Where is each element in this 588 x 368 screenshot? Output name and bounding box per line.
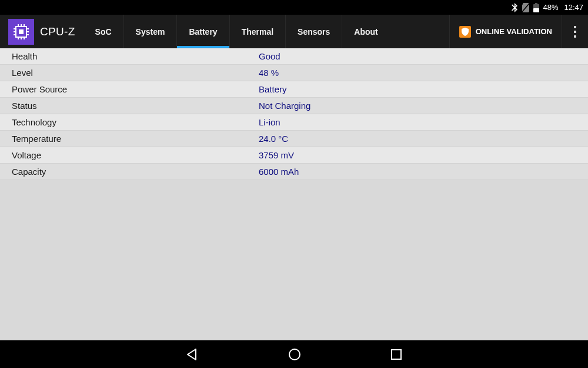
more-vert-icon	[574, 31, 576, 33]
app-bar: CPU-Z SoC System Battery Thermal Sensors…	[0, 15, 588, 48]
svg-rect-5	[19, 29, 24, 34]
row-label: Technology	[12, 117, 259, 127]
battery-info-table: Health Good Level 48 % Power Source Batt…	[0, 48, 588, 340]
row-label: Temperature	[12, 134, 259, 144]
tab-label: SoC	[95, 27, 112, 37]
row-value: 6000 mAh	[259, 167, 299, 177]
status-clock: 12:47	[564, 3, 583, 12]
tab-battery[interactable]: Battery	[176, 15, 229, 48]
svg-rect-19	[392, 350, 401, 359]
online-validation-label: ONLINE VALIDATION	[476, 27, 552, 36]
tab-soc[interactable]: SoC	[83, 15, 123, 48]
table-row: Health Good	[0, 48, 588, 65]
tab-system[interactable]: System	[123, 15, 177, 48]
bluetooth-icon	[511, 3, 518, 12]
table-row: Power Source Battery	[0, 81, 588, 98]
row-label: Level	[12, 68, 259, 78]
row-label: Status	[12, 101, 259, 111]
back-icon	[185, 347, 199, 362]
nav-recent-button[interactable]	[390, 348, 403, 361]
row-label: Capacity	[12, 167, 259, 177]
android-status-bar: 48% 12:47	[0, 0, 588, 15]
overflow-menu-button[interactable]	[562, 15, 588, 48]
tab-label: About	[354, 27, 377, 37]
tab-label: System	[136, 27, 165, 37]
svg-rect-3	[533, 8, 539, 12]
table-row: Voltage 3759 mV	[0, 147, 588, 164]
shield-icon	[459, 26, 471, 38]
table-row: Temperature 24.0 °C	[0, 131, 588, 147]
battery-icon	[533, 3, 539, 12]
svg-rect-2	[535, 3, 537, 4]
row-label: Power Source	[12, 84, 259, 94]
tab-thermal[interactable]: Thermal	[229, 15, 285, 48]
tab-label: Thermal	[242, 27, 273, 37]
svg-point-18	[289, 349, 300, 360]
row-label: Health	[12, 51, 259, 61]
app-brand: CPU-Z	[0, 15, 83, 48]
home-icon	[288, 347, 302, 362]
nav-home-button[interactable]	[288, 347, 302, 362]
table-row: Technology Li-ion	[0, 114, 588, 131]
row-value: Battery	[259, 84, 287, 94]
android-nav-bar	[0, 340, 588, 368]
tab-sensors[interactable]: Sensors	[285, 15, 342, 48]
battery-percent: 48%	[543, 3, 558, 12]
nav-back-button[interactable]	[185, 347, 199, 362]
row-value: Not Charging	[259, 101, 310, 111]
tab-about[interactable]: About	[342, 15, 389, 48]
recent-icon	[390, 348, 403, 361]
row-value: Good	[259, 51, 280, 61]
row-value: 48 %	[259, 68, 279, 78]
row-value: 3759 mV	[259, 150, 294, 160]
row-value: Li-ion	[259, 117, 280, 127]
tab-bar: SoC System Battery Thermal Sensors About	[83, 15, 390, 48]
row-value: 24.0 °C	[259, 134, 288, 144]
table-row: Level 48 %	[0, 65, 588, 81]
row-label: Voltage	[12, 150, 259, 160]
online-validation-button[interactable]: ONLINE VALIDATION	[449, 15, 562, 48]
no-sim-icon	[522, 3, 530, 12]
table-row: Status Not Charging	[0, 98, 588, 114]
app-title: CPU-Z	[40, 25, 75, 38]
table-row: Capacity 6000 mAh	[0, 164, 588, 180]
tab-label: Sensors	[298, 27, 330, 37]
tab-label: Battery	[189, 27, 217, 37]
app-logo-icon	[8, 19, 34, 45]
